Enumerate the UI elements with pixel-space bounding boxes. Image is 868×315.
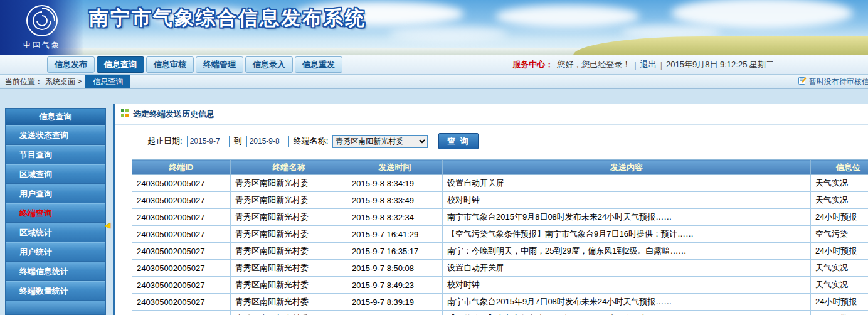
sidebar-item-1[interactable]: 发送状态查询 bbox=[6, 125, 105, 145]
table-row[interactable]: 240305002005027青秀区南阳新光村委2015-9-7 8:39:19… bbox=[132, 294, 868, 311]
nav-tab-3[interactable]: 信息审核 bbox=[146, 56, 194, 73]
service-center-label: 服务中心： bbox=[512, 59, 553, 70]
table-cell: 南宁市气象台2015年9月8日08时发布未来24小时天气预报…… bbox=[443, 209, 811, 226]
table-row[interactable]: 240305002005027青秀区南阳新光村委2015-9-7 8:26:47… bbox=[132, 311, 868, 315]
datetime-text: 2015年9月8日 9:12:25 星期二 bbox=[666, 59, 774, 70]
sidebar-filler bbox=[6, 301, 105, 314]
table-cell: 天气实况 bbox=[811, 260, 868, 277]
logo-text: 中国气象 bbox=[23, 40, 61, 51]
table-cell: 240305002005027 bbox=[132, 260, 231, 277]
terminal-select[interactable]: 青秀区南阳新光村委 bbox=[332, 135, 428, 148]
table-cell: 240305002005027 bbox=[132, 311, 231, 315]
table-cell: 240305002005027 bbox=[132, 243, 231, 260]
page-title: 南宁市气象综合信息发布系统 bbox=[89, 5, 366, 31]
table-row[interactable]: 240305002005027青秀区南阳新光村委2015-9-8 8:32:34… bbox=[132, 209, 868, 226]
nav-tab-5[interactable]: 信息录入 bbox=[245, 56, 293, 73]
sidebar-item-6[interactable]: 区域统计 bbox=[6, 223, 105, 242]
table-row[interactable]: 240305002005027青秀区南阳新光村委2015-9-8 8:34:19… bbox=[132, 175, 868, 192]
table-cell: 240305002005027 bbox=[132, 209, 231, 226]
column-header: 发送时间 bbox=[347, 160, 443, 175]
table-cell: 【空气污染气象条件预报】南宁市气象台9月7日16时提供：预计…… bbox=[443, 226, 811, 243]
table-cell: 240305002005027 bbox=[132, 226, 231, 243]
table-cell: 青秀区南阳新光村委 bbox=[231, 209, 347, 226]
table-body: 240305002005027青秀区南阳新光村委2015-9-8 8:34:19… bbox=[132, 175, 868, 315]
date-range-label: 起止日期: bbox=[147, 136, 183, 147]
date-to-input[interactable] bbox=[246, 136, 289, 147]
table-header-row: 终端ID终端名称发送时间发送内容信息位 bbox=[132, 160, 868, 175]
section-title: 选定终端发送历史信息 bbox=[133, 109, 214, 120]
column-header: 发送内容 bbox=[443, 160, 811, 175]
table-cell: 240305002005027 bbox=[132, 294, 231, 311]
query-button[interactable]: 查 询 bbox=[438, 133, 479, 149]
table-cell: 2015-9-7 8:49:23 bbox=[347, 277, 443, 294]
nav-tab-6[interactable]: 信息重发 bbox=[295, 56, 342, 73]
table-cell: 24小时预报 bbox=[811, 243, 868, 260]
section-header: 选定终端发送历史信息 bbox=[115, 104, 868, 125]
table-row[interactable]: 240305002005027青秀区南阳新光村委2015-9-7 8:50:08… bbox=[132, 260, 868, 277]
logo: 中国气象 bbox=[0, 0, 84, 55]
audit-notice-text: 暂时没有待审核信息 bbox=[809, 77, 868, 87]
table-cell: 2015-9-7 8:26:47 bbox=[347, 311, 443, 315]
table-cell: 2015-9-7 8:50:08 bbox=[347, 260, 443, 277]
logout-link[interactable]: 退出 bbox=[640, 59, 657, 70]
breadcrumb-current: 信息查询 bbox=[85, 75, 130, 88]
table-cell: 暴雨预警 bbox=[811, 311, 868, 315]
meadow-decor bbox=[0, 48, 625, 55]
table-cell: 2015-9-8 8:34:19 bbox=[347, 175, 443, 192]
table-cell: 校对时钟 bbox=[443, 192, 811, 209]
sidebar-item-2[interactable]: 节目查询 bbox=[6, 145, 105, 164]
table-cell: 青秀区南阳新光村委 bbox=[231, 277, 347, 294]
table-row[interactable]: 240305002005027青秀区南阳新光村委2015-9-7 16:35:1… bbox=[132, 243, 868, 260]
table-cell: 青秀区南阳新光村委 bbox=[231, 260, 347, 277]
table-cell: 天气实况 bbox=[811, 192, 868, 209]
sidebar-item-3[interactable]: 区域查询 bbox=[6, 164, 105, 184]
content-area: 信息查询 发送状态查询节目查询区域查询用户查询终端查询区域统计用户统计终端信息统… bbox=[0, 89, 868, 315]
table-cell: 2015-9-8 8:32:34 bbox=[347, 209, 443, 226]
table-cell: 天气实况 bbox=[811, 175, 868, 192]
breadcrumb-label: 当前位置： bbox=[5, 77, 43, 87]
table-cell: 240305002005027 bbox=[132, 192, 231, 209]
table-cell: 240305002005027 bbox=[132, 277, 231, 294]
table-cell: 南宁市气象台2015年9月7日08时发布未来24小时天气预报…… bbox=[443, 294, 811, 311]
sidebar-title: 信息查询 bbox=[6, 109, 105, 125]
field-decor bbox=[573, 36, 868, 55]
nav-tab-1[interactable]: 信息发布 bbox=[47, 56, 95, 73]
login-greeting: 您好，您已经登录！ bbox=[557, 59, 630, 70]
table-cell: 24小时预报 bbox=[811, 209, 868, 226]
nav-tabs: 信息发布信息查询信息审核终端管理信息录入信息重发 bbox=[47, 56, 342, 73]
grid-icon bbox=[121, 109, 129, 119]
page: 中国气象 南宁市气象综合信息发布系统 信息发布信息查询信息审核终端管理信息录入信… bbox=[0, 0, 868, 315]
table-row[interactable]: 240305002005027青秀区南阳新光村委2015-9-7 16:41:2… bbox=[132, 226, 868, 243]
note-icon bbox=[798, 77, 807, 87]
table-row[interactable]: 240305002005027青秀区南阳新光村委2015-9-8 8:33:49… bbox=[132, 192, 868, 209]
table-cell: 青秀区南阳新光村委 bbox=[231, 192, 347, 209]
table-cell: 2015-9-7 16:41:29 bbox=[347, 226, 443, 243]
nav-bar: 信息发布信息查询信息审核终端管理信息录入信息重发 服务中心： 您好，您已经登录！… bbox=[0, 55, 868, 74]
history-table: 终端ID终端名称发送时间发送内容信息位 240305002005027青秀区南阳… bbox=[132, 159, 868, 315]
sidebar-item-5[interactable]: 终端查询 bbox=[6, 203, 105, 223]
table-cell: 青秀区南阳新光村委 bbox=[231, 311, 347, 315]
header-banner: 中国气象 南宁市气象综合信息发布系统 bbox=[0, 0, 868, 55]
table-cell: 青秀区南阳新光村委 bbox=[231, 243, 347, 260]
breadcrumb-bar: 当前位置： 系统桌面 > 信息查询 暂时没有待审核信息 bbox=[0, 74, 868, 89]
separator: | bbox=[660, 60, 662, 70]
table-cell: 240305002005027 bbox=[132, 175, 231, 192]
sidebar-item-4[interactable]: 用户查询 bbox=[6, 184, 105, 203]
breadcrumb-parent[interactable]: 系统桌面 > bbox=[45, 77, 82, 87]
table-cell: 设置自动开关屏 bbox=[443, 260, 811, 277]
table-cell: 校对时钟 bbox=[443, 277, 811, 294]
cloud-decor bbox=[389, 26, 508, 41]
terminal-name-label: 终端名称: bbox=[294, 136, 329, 147]
table-row[interactable]: 240305002005027青秀区南阳新光村委2015-9-7 8:49:23… bbox=[132, 277, 868, 294]
sidebar-item-7[interactable]: 用户统计 bbox=[6, 242, 105, 262]
sidebar-item-8[interactable]: 终端信息统计 bbox=[6, 262, 105, 281]
audit-notice: 暂时没有待审核信息 bbox=[798, 75, 868, 88]
nav-tab-2[interactable]: 信息查询 bbox=[97, 56, 144, 73]
sidebar-collapse-handle[interactable]: ◀ bbox=[105, 221, 110, 230]
table-cell: 南宁：今晚到明天，中雨，25到29度，偏东风1到2级。白露暗…… bbox=[443, 243, 811, 260]
sidebar-item-9[interactable]: 终端数量统计 bbox=[6, 281, 105, 301]
nav-tab-4[interactable]: 终端管理 bbox=[196, 56, 243, 73]
history-table-wrap: 终端ID终端名称发送时间发送内容信息位 240305002005027青秀区南阳… bbox=[132, 159, 868, 315]
table-cell: 24小时预报 bbox=[811, 294, 868, 311]
date-from-input[interactable] bbox=[187, 136, 230, 147]
